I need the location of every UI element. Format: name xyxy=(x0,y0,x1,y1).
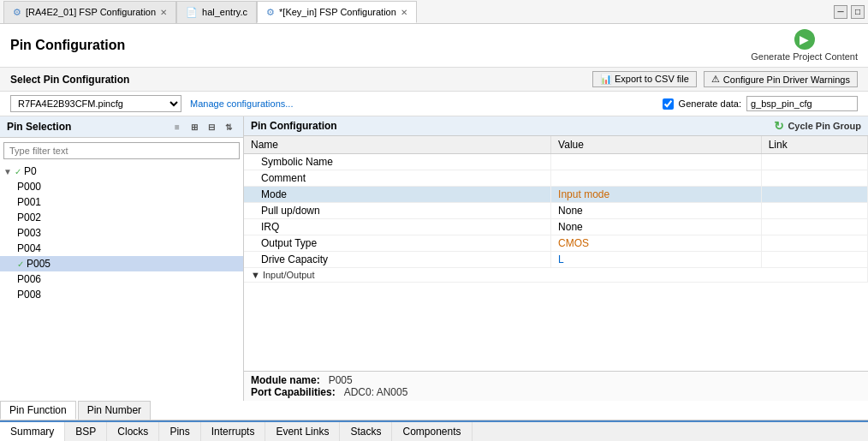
prop-output-type: Output Type xyxy=(244,235,551,252)
tree-item-p004[interactable]: P004 xyxy=(0,241,243,256)
check-icon-p005: ✓ xyxy=(17,259,24,269)
port-cap-value: ADC0: AN005 xyxy=(344,386,408,398)
val-irq[interactable]: None xyxy=(551,219,762,235)
val-pull-up-down[interactable]: None xyxy=(551,203,762,219)
tab-close-ra4e2[interactable]: ✕ xyxy=(160,8,167,17)
config-file-select[interactable]: R7FA4E2B93CFM.pincfg xyxy=(10,95,181,112)
tab-key-in[interactable]: ⚙ *[Key_in] FSP Configuration ✕ xyxy=(257,1,417,23)
window-controls: ─ □ xyxy=(834,5,865,19)
table-row: Drive Capacity L xyxy=(244,252,868,268)
generate-data-label: Generate data: xyxy=(679,98,741,109)
config-table: Name Value Link Symbolic Name Comment xyxy=(244,136,868,371)
event-links-label: Event Links xyxy=(276,426,329,438)
val-output-type[interactable]: CMOS xyxy=(551,235,762,252)
pin-number-label: Pin Number xyxy=(87,404,141,416)
tab-summary[interactable]: Summary xyxy=(0,420,65,441)
config-actions: 📊 Export to CSV file ⚠ Configure Pin Dri… xyxy=(592,71,858,87)
configure-driver-btn[interactable]: ⚠ Configure Pin Driver Warnings xyxy=(704,71,858,87)
tree-item-p003[interactable]: P003 xyxy=(0,225,243,241)
summary-label: Summary xyxy=(10,426,54,438)
prop-symbolic-name: Symbolic Name xyxy=(244,154,551,170)
tree-item-p005[interactable]: ✓ P005 xyxy=(0,256,243,271)
remove-icon[interactable]: ⊟ xyxy=(204,119,219,134)
tree-item-p006[interactable]: P006 xyxy=(0,271,243,287)
tree-item-p008[interactable]: P008 xyxy=(0,287,243,302)
generate-label: Generate Project Content xyxy=(751,51,858,62)
filter-input[interactable] xyxy=(3,142,240,159)
pin-tabs: Pin Function Pin Number xyxy=(0,401,868,420)
generate-icon: ▶ xyxy=(794,29,815,50)
tab-icon-keyin: ⚙ xyxy=(266,7,275,18)
cycle-pin-group-btn[interactable]: ↻ Cycle Pin Group xyxy=(774,119,861,133)
prop-irq: IRQ xyxy=(244,219,551,235)
tab-components[interactable]: Components xyxy=(392,422,472,441)
tab-hal-entry[interactable]: 📄 hal_entry.c xyxy=(176,1,257,23)
col-name: Name xyxy=(244,136,551,154)
label-p006: P006 xyxy=(17,273,41,285)
link-comment xyxy=(761,170,867,187)
bottom-tab-bar: Summary BSP Clocks Pins Interrupts Event… xyxy=(0,420,868,441)
tree-item-p002[interactable]: P002 xyxy=(0,210,243,225)
label-p0: P0 xyxy=(24,165,37,177)
tab-label-keyin: *[Key_in] FSP Configuration xyxy=(279,7,396,17)
module-name-label: Module name: xyxy=(251,374,320,386)
tree-area: ▼ ✓ P0 P000 P001 P002 P003 P004 xyxy=(0,164,243,401)
tree-item-p0[interactable]: ▼ ✓ P0 xyxy=(0,164,243,179)
tab-stacks[interactable]: Stacks xyxy=(340,422,392,441)
list-view-icon[interactable]: ≡ xyxy=(169,119,185,134)
prop-input-output: ▼ Input/Output xyxy=(244,268,868,283)
table-row: ▼ Input/Output xyxy=(244,268,868,283)
bottom-info: Module name: P005 Port Capabilities: ADC… xyxy=(244,371,868,401)
export-csv-btn[interactable]: 📊 Export to CSV file xyxy=(592,71,697,87)
val-comment[interactable] xyxy=(551,170,762,187)
generate-data-input[interactable] xyxy=(746,96,858,111)
pin-selection-header: Pin Selection ≡ ⊞ ⊟ ⇅ xyxy=(0,116,243,138)
main-content: Pin Configuration ▶ Generate Project Con… xyxy=(0,24,868,441)
tab-ra4e2[interactable]: ⚙ [RA4E2_01] FSP Configuration ✕ xyxy=(3,1,176,23)
components-label: Components xyxy=(402,426,461,438)
tab-event-links[interactable]: Event Links xyxy=(265,422,340,441)
label-p002: P002 xyxy=(17,212,41,223)
port-cap-label: Port Capabilities: xyxy=(251,386,336,398)
sort-icon[interactable]: ⇅ xyxy=(221,119,236,134)
label-p000: P000 xyxy=(17,181,41,193)
config-controls: R7FA4E2B93CFM.pincfg Manage configuratio… xyxy=(0,92,868,116)
pins-label: Pins xyxy=(169,426,189,438)
tab-close-keyin[interactable]: ✕ xyxy=(401,8,407,17)
val-symbolic-name[interactable] xyxy=(551,154,762,170)
tab-icon-ra4e2: ⚙ xyxy=(13,7,21,18)
tab-pin-function[interactable]: Pin Function xyxy=(0,401,76,420)
pin-config-label: Pin Configuration xyxy=(251,120,337,132)
manage-configurations-link[interactable]: Manage configurations... xyxy=(190,98,293,109)
table-row: Output Type CMOS xyxy=(244,235,868,252)
link-symbolic-name xyxy=(761,154,867,170)
port-cap-row: Port Capabilities: ADC0: AN005 xyxy=(251,386,861,398)
val-mode[interactable]: Input mode xyxy=(551,187,762,203)
tab-pins[interactable]: Pins xyxy=(159,422,200,441)
page-header: Pin Configuration ▶ Generate Project Con… xyxy=(0,24,868,68)
val-drive-capacity[interactable]: L xyxy=(551,252,762,268)
label-p005: P005 xyxy=(27,258,51,270)
pin-function-label: Pin Function xyxy=(9,404,67,416)
maximize-btn[interactable]: □ xyxy=(851,5,865,19)
generate-project-btn[interactable]: ▶ Generate Project Content xyxy=(751,29,858,62)
properties-table: Name Value Link Symbolic Name Comment xyxy=(244,136,868,283)
table-row: Comment xyxy=(244,170,868,187)
select-pin-config-label: Select Pin Configuration xyxy=(10,74,129,86)
tree-item-p001[interactable]: P001 xyxy=(0,194,243,210)
cycle-label: Cycle Pin Group xyxy=(788,121,861,131)
link-pull-up-down xyxy=(761,203,867,219)
label-p003: P003 xyxy=(17,227,41,239)
add-icon[interactable]: ⊞ xyxy=(187,119,202,134)
tree-item-p000[interactable]: P000 xyxy=(0,179,243,194)
tab-clocks[interactable]: Clocks xyxy=(107,422,159,441)
col-link: Link xyxy=(761,136,867,154)
tab-label-hal: hal_entry.c xyxy=(202,7,247,17)
table-row: IRQ None xyxy=(244,219,868,235)
module-name-row: Module name: P005 xyxy=(251,374,861,386)
generate-data-checkbox[interactable] xyxy=(663,98,674,110)
tab-interrupts[interactable]: Interrupts xyxy=(201,422,266,441)
tab-bsp[interactable]: BSP xyxy=(65,422,107,441)
minimize-btn[interactable]: ─ xyxy=(834,5,847,19)
tab-pin-number[interactable]: Pin Number xyxy=(78,401,151,420)
